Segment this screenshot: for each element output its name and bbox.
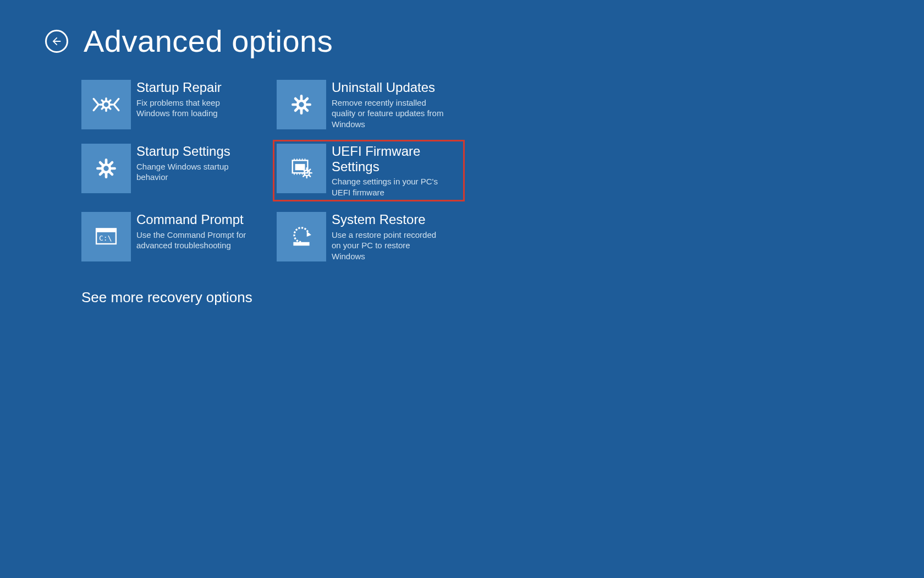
svg-line-7 (102, 107, 103, 109)
tile-text: Command Prompt Use the Command Prompt fo… (131, 212, 255, 251)
svg-line-15 (305, 108, 307, 111)
svg-text:C:\: C:\ (99, 234, 112, 242)
svg-line-45 (309, 175, 310, 176)
svg-line-26 (110, 162, 112, 165)
firmware-icon (277, 144, 326, 193)
tile-startup-repair[interactable]: Startup Repair Fix problems that keep Wi… (81, 80, 266, 129)
tile-title: Command Prompt (136, 212, 250, 227)
header: Advanced options (0, 0, 924, 59)
back-arrow-icon (51, 35, 63, 47)
tile-desc: Change Windows startup behavior (136, 161, 250, 183)
tile-text: System Restore Use a restore point recor… (326, 212, 450, 261)
tile-desc: Fix problems that keep Windows from load… (136, 97, 250, 119)
startup-repair-icon (81, 80, 131, 129)
svg-point-18 (102, 165, 110, 172)
svg-line-16 (295, 108, 298, 111)
tile-system-restore[interactable]: System Restore Use a restore point recor… (277, 212, 461, 261)
svg-line-17 (305, 99, 307, 101)
tile-text: UEFI Firmware Settings Change settings i… (326, 144, 450, 198)
tile-title: Startup Repair (136, 80, 250, 95)
restore-icon (277, 212, 326, 261)
svg-line-6 (109, 107, 111, 109)
page-title: Advanced options (84, 23, 333, 59)
tile-desc: Change settings in your PC's UEFI firmwa… (332, 176, 446, 198)
tile-title: System Restore (332, 212, 446, 227)
tile-text: Startup Settings Change Windows startup … (131, 144, 255, 183)
tile-desc: Use a restore point recorded on your PC … (332, 230, 446, 262)
tile-desc: Remove recently installed quality or fea… (332, 97, 446, 130)
svg-line-8 (109, 100, 111, 102)
svg-line-25 (100, 172, 102, 175)
svg-line-47 (309, 170, 310, 171)
svg-line-23 (100, 162, 102, 165)
tile-text: Startup Repair Fix problems that keep Wi… (131, 80, 255, 119)
gear-icon (81, 144, 131, 193)
tile-command-prompt[interactable]: C:\ Command Prompt Use the Command Promp… (81, 212, 266, 261)
svg-line-14 (295, 99, 298, 101)
tile-title: Startup Settings (136, 144, 250, 159)
see-more-recovery-options[interactable]: See more recovery options (81, 289, 252, 306)
tile-text: Uninstall Updates Remove recently instal… (326, 80, 450, 129)
cmd-icon: C:\ (81, 212, 131, 261)
options-grid: Startup Repair Fix problems that keep Wi… (81, 80, 461, 261)
svg-line-44 (303, 170, 304, 171)
tile-desc: Use the Command Prompt for advanced trou… (136, 230, 250, 251)
svg-rect-52 (293, 242, 309, 246)
tile-title: Uninstall Updates (332, 80, 446, 95)
tile-startup-settings[interactable]: Startup Settings Change Windows startup … (81, 144, 266, 198)
back-button[interactable] (45, 30, 68, 53)
svg-line-5 (102, 100, 103, 102)
svg-point-9 (298, 101, 305, 108)
tile-uefi-firmware-settings[interactable]: UEFI Firmware Settings Change settings i… (277, 144, 461, 198)
tile-uninstall-updates[interactable]: Uninstall Updates Remove recently instal… (277, 80, 461, 129)
svg-line-24 (110, 172, 112, 175)
gear-icon (277, 80, 326, 129)
svg-marker-51 (307, 232, 311, 237)
svg-rect-49 (96, 229, 116, 233)
tile-title: UEFI Firmware Settings (332, 144, 446, 174)
svg-line-46 (303, 175, 304, 176)
